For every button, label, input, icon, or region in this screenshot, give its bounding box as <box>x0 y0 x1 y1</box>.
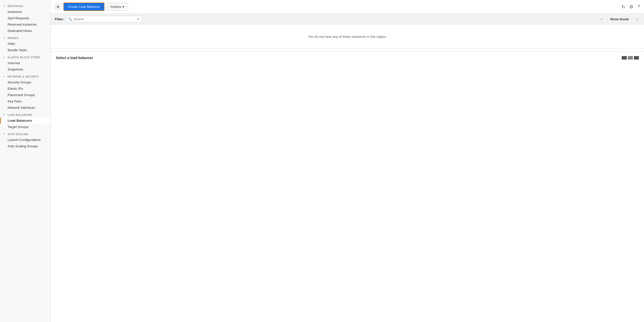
filter-bar: Filter: 🔍 ✕ ⊲ ‹ None found › ⊳ <box>51 14 644 25</box>
actions-label: Actions <box>110 5 121 9</box>
view-icon-3[interactable] <box>634 56 639 60</box>
sidebar-item-target-groups[interactable]: Target Groups <box>0 124 50 130</box>
view-icon-2[interactable] <box>628 56 633 60</box>
collapse-icon-instances <box>3 5 6 8</box>
sidebar-item-instances[interactable]: Instances <box>0 9 50 15</box>
sidebar-item-auto-scaling-groups[interactable]: Auto Scaling Groups <box>0 143 50 149</box>
collapse-icon-auto-scaling <box>3 133 6 136</box>
sidebar-item-bundle-tasks[interactable]: Bundle Tasks <box>0 47 50 53</box>
toolbar-icons: ↻ ⚙ ? <box>621 4 640 10</box>
pagination-prev-button[interactable]: ‹ <box>605 16 609 22</box>
sidebar-item-amis[interactable]: AMIs <box>0 41 50 47</box>
sidebar-section-network-security[interactable]: NETWORK & SECURITY <box>0 73 50 79</box>
sidebar-item-elastic-ips[interactable]: Elastic IPs <box>0 85 50 92</box>
collapse-icon-images <box>3 37 6 40</box>
collapse-icon-load-balancing <box>3 113 6 116</box>
sidebar-section-images[interactable]: IMAGES <box>0 34 50 41</box>
search-wrapper: 🔍 ✕ <box>66 16 142 22</box>
collapse-sidebar-button[interactable]: ◀ <box>55 4 60 10</box>
sidebar-item-snapshots[interactable]: Snapshots <box>0 66 50 73</box>
sidebar-section-load-balancing[interactable]: LOAD BALANCING <box>0 111 50 117</box>
sidebar-section-auto-scaling[interactable]: AUTO SCALING <box>0 130 50 137</box>
actions-button[interactable]: Actions ▾ <box>106 3 128 11</box>
main-content: ◀ Create Load Balancer Actions ▾ ↻ ⚙ ? F… <box>51 0 644 322</box>
detail-panel-title: Select a load balancer <box>56 56 93 60</box>
sidebar-item-network-interfaces[interactable]: Network Interfaces <box>0 104 50 111</box>
actions-chevron-icon: ▾ <box>122 5 124 9</box>
sidebar-item-load-balancers[interactable]: Load Balancers <box>0 117 50 124</box>
sidebar-item-spot-requests[interactable]: Spot Requests <box>0 15 50 21</box>
view-icon-1[interactable] <box>622 56 627 60</box>
settings-icon[interactable]: ⚙ <box>629 4 633 10</box>
create-load-balancer-button[interactable]: Create Load Balancer <box>63 3 104 11</box>
sidebar-item-placement-groups[interactable]: Placement Groups <box>0 92 50 98</box>
sidebar-section-instances[interactable]: INSTANCES <box>0 2 50 9</box>
empty-message-text: You do not have any of these resources i… <box>308 35 387 39</box>
refresh-icon[interactable]: ↻ <box>621 4 625 10</box>
toolbar: ◀ Create Load Balancer Actions ▾ ↻ ⚙ ? <box>51 0 644 14</box>
help-icon[interactable]: ? <box>637 4 640 9</box>
pagination-status: None found <box>610 17 629 21</box>
collapse-icon-elastic-block-store <box>3 56 6 59</box>
empty-message: You do not have any of these resources i… <box>51 25 644 49</box>
detail-panel: Select a load balancer <box>51 51 644 64</box>
sidebar-item-volumes[interactable]: Volumes <box>0 60 50 66</box>
search-input[interactable] <box>74 17 135 21</box>
filter-label: Filter: <box>55 17 64 21</box>
pagination-first-button[interactable]: ⊲ <box>599 16 604 22</box>
sidebar-item-reserved-instances[interactable]: Reserved Instances <box>0 21 50 28</box>
pagination-next-button[interactable]: › <box>630 16 633 22</box>
pagination-info: ⊲ ‹ None found › ⊳ <box>599 16 640 22</box>
sidebar-item-security-groups[interactable]: Security Groups <box>0 79 50 85</box>
search-icon: 🔍 <box>68 17 72 21</box>
search-clear-icon[interactable]: ✕ <box>137 17 140 21</box>
collapse-icon-network-security <box>3 75 6 78</box>
pagination-last-button[interactable]: ⊳ <box>635 16 640 22</box>
sidebar-item-launch-configurations[interactable]: Launch Configurations <box>0 137 50 143</box>
sidebar: INSTANCESInstancesSpot RequestsReserved … <box>0 0 51 322</box>
sidebar-section-elastic-block-store[interactable]: ELASTIC BLOCK STORE <box>0 53 50 60</box>
sidebar-item-dedicated-hosts[interactable]: Dedicated Hosts <box>0 28 50 34</box>
drag-handle[interactable]: · · · <box>51 49 644 51</box>
content-area: You do not have any of these resources i… <box>51 25 644 322</box>
sidebar-item-key-pairs[interactable]: Key Pairs <box>0 98 50 104</box>
detail-view-icons <box>622 56 639 60</box>
